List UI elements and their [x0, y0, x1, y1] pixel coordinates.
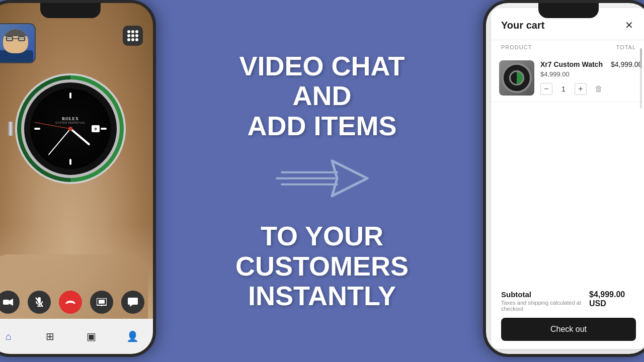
headline-line1: VIDEO CHAT AND ADD ITEMS	[216, 51, 428, 141]
cart-close-button[interactable]: ✕	[622, 18, 636, 32]
right-phone-notch	[538, 3, 599, 18]
subtotal-note: Taxes and shipping calculated at checkou…	[501, 300, 589, 312]
mute-button[interactable]	[28, 291, 51, 314]
headline-line2: TO YOUR CUSTOMERS INSTANTLY	[216, 221, 428, 311]
watch-scene: ROLEX OYSTER PERPETUAL 9	[0, 33, 153, 325]
chat-button[interactable]	[121, 291, 144, 314]
left-phone-notch	[40, 3, 101, 18]
screen-share-button[interactable]	[90, 291, 113, 314]
checkout-button[interactable]: Check out	[501, 318, 636, 341]
nav-square-icon[interactable]: ▣	[84, 329, 98, 343]
cart-panel: Your cart ✕ PRODUCT TOTAL	[491, 8, 644, 349]
svg-marker-1	[9, 299, 13, 306]
svg-rect-0	[3, 300, 9, 305]
total-column-label: TOTAL	[616, 44, 636, 50]
cart-scrollbar	[640, 48, 642, 109]
right-phone: Your cart ✕ PRODUCT TOTAL	[473, 0, 644, 362]
nav-grid-icon[interactable]: ⊞	[43, 329, 57, 343]
decrease-quantity-button[interactable]: −	[540, 83, 552, 95]
user-thumbnail	[0, 23, 36, 63]
nav-user-icon[interactable]: 👤	[125, 329, 139, 343]
nav-home-icon[interactable]: ⌂	[2, 329, 16, 343]
quantity-value: 1	[558, 85, 569, 93]
left-phone-screen: ROLEX OYSTER PERPETUAL 9	[0, 3, 153, 354]
subtotal-amount: $4,999.00 USD	[589, 290, 636, 308]
video-toggle-button[interactable]	[0, 291, 20, 314]
left-phone: ROLEX OYSTER PERPETUAL 9	[0, 0, 166, 362]
increase-quantity-button[interactable]: +	[575, 83, 587, 95]
center-content: VIDEO CHAT AND ADD ITEMS TO YOUR CUSTOME…	[216, 51, 428, 311]
main-scene: ROLEX OYSTER PERPETUAL 9	[0, 0, 644, 362]
subtotal-label: Subtotal	[501, 290, 589, 299]
call-controls	[0, 291, 153, 314]
item-total: $4,999.00	[611, 60, 642, 68]
speed-arrow	[216, 151, 428, 206]
item-image-inner	[502, 63, 532, 93]
right-phone-screen: Your cart ✕ PRODUCT TOTAL	[486, 3, 644, 354]
remove-item-button[interactable]: 🗑	[593, 83, 605, 95]
item-image	[499, 60, 534, 96]
item-price: $4,999.00	[540, 70, 605, 78]
grid-button[interactable]	[123, 26, 143, 46]
item-details: Xr7 Custom Watch $4,999.00 − 1 + 🗑	[540, 60, 605, 95]
cart-columns: PRODUCT TOTAL	[491, 40, 644, 54]
svg-marker-13	[332, 161, 367, 196]
cart-item: Xr7 Custom Watch $4,999.00 − 1 + 🗑 $4,99…	[491, 54, 644, 102]
cart-footer: Subtotal Taxes and shipping calculated a…	[491, 282, 644, 349]
item-name: Xr7 Custom Watch	[540, 60, 605, 68]
cart-title: Your cart	[501, 20, 544, 31]
end-call-button[interactable]	[59, 291, 82, 314]
product-column-label: PRODUCT	[501, 44, 532, 50]
quantity-controls: − 1 + 🗑	[540, 83, 605, 95]
cart-scroll-thumb	[640, 48, 642, 68]
svg-rect-9	[99, 300, 105, 304]
bottom-nav: ⌂ ⊞ ▣ 👤	[0, 319, 153, 354]
subtotal-row: Subtotal Taxes and shipping calculated a…	[501, 290, 636, 312]
